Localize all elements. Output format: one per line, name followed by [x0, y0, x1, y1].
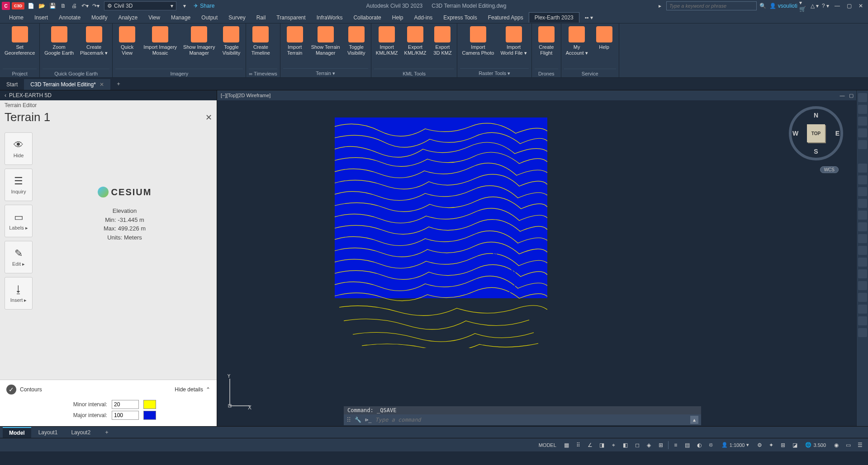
command-input[interactable]: [375, 417, 687, 423]
terrain-edit-button[interactable]: ✎Edit ▸: [5, 241, 33, 273]
terrain-inquiry-button[interactable]: ☰Inquiry: [5, 169, 33, 201]
ribbon-create-placemark-button[interactable]: Create Placemark ▾: [78, 25, 109, 69]
nav-tool-icon[interactable]: [858, 164, 867, 173]
nav-tool-icon[interactable]: [858, 187, 867, 196]
customize-icon[interactable]: 🔧: [355, 417, 361, 423]
close-icon[interactable]: ✕: [100, 81, 104, 88]
layout-tab-layout2[interactable]: Layout2: [65, 427, 97, 437]
nav-zoom-icon[interactable]: [858, 117, 867, 126]
qat-plot-icon[interactable]: 🖨: [70, 1, 79, 10]
qat-more-icon[interactable]: ▾: [180, 1, 189, 10]
nav-tool-icon[interactable]: [858, 234, 867, 243]
status-model[interactable]: MODEL: [536, 441, 560, 449]
compass-n[interactable]: N: [814, 112, 818, 119]
major-color-swatch[interactable]: [143, 411, 156, 420]
status-grid-icon[interactable]: ▦: [562, 441, 571, 450]
search-input[interactable]: [666, 1, 757, 10]
ribbon-my-account-button[interactable]: My Account ▾: [564, 25, 590, 69]
menu-add-ins[interactable]: Add-ins: [408, 13, 438, 23]
menu-featured-apps[interactable]: Featured Apps: [483, 13, 529, 23]
ribbon-import-terrain-button[interactable]: Import Terrain: [283, 25, 307, 68]
menu-insert[interactable]: Insert: [29, 13, 53, 23]
status-qp-icon[interactable]: ◪: [790, 441, 799, 450]
menu-express-tools[interactable]: Express Tools: [438, 13, 482, 23]
status-lineweight-icon[interactable]: ≡: [671, 441, 680, 450]
close-button[interactable]: ✕: [855, 1, 866, 10]
minor-interval-input[interactable]: [112, 400, 139, 409]
check-icon[interactable]: ✓: [6, 385, 16, 395]
view-cube[interactable]: N S E W TOP: [789, 106, 843, 160]
ribbon-quick-view-button[interactable]: Quick View: [115, 25, 139, 69]
nav-tool-icon[interactable]: [858, 316, 867, 325]
ribbon-show-imagery-manager-button[interactable]: Show Imagery Manager: [181, 25, 217, 69]
status-annoscale-icon[interactable]: ✦: [767, 441, 776, 450]
user-account[interactable]: 👤 vsoulioti: [769, 3, 797, 9]
qat-open-icon[interactable]: 📂: [37, 1, 46, 10]
nav-tool-icon[interactable]: [858, 246, 867, 255]
menu-infraworks[interactable]: InfraWorks: [311, 13, 348, 23]
ribbon-help-button[interactable]: Help: [593, 25, 616, 69]
vp-maximize-icon[interactable]: ▢: [847, 92, 855, 99]
layout-tab-model[interactable]: Model: [3, 427, 31, 438]
maximize-button[interactable]: ▢: [844, 1, 854, 10]
doc-tab-start[interactable]: Start: [0, 79, 24, 90]
terrain-hide-button[interactable]: 👁Hide: [5, 132, 33, 165]
view-cube-face[interactable]: TOP: [807, 124, 825, 142]
ribbon-create-timeline-button[interactable]: Create Timeline: [249, 25, 272, 69]
viewport-label[interactable]: [−][Top][2D Wireframe]: [221, 93, 270, 98]
search-icon[interactable]: 🔍: [759, 1, 768, 10]
layout-tab-layout1[interactable]: Layout1: [32, 427, 64, 437]
status-decimal[interactable]: 🌐 3.500: [802, 441, 829, 449]
status-scale[interactable]: 👤 1:1000 ▾: [718, 441, 753, 449]
ribbon-toggle-visibility-button[interactable]: Toggle Visibility: [219, 25, 243, 69]
major-interval-input[interactable]: [112, 411, 139, 420]
viewport[interactable]: [−][Top][2D Wireframe] — ▢ ✕: [217, 90, 868, 426]
status-custom-icon[interactable]: ☰: [855, 441, 864, 450]
nav-orbit-icon[interactable]: [858, 128, 867, 137]
status-transparency-icon[interactable]: ▤: [683, 441, 692, 450]
menu-transparent[interactable]: Transparent: [271, 13, 311, 23]
nav-tool-icon[interactable]: [858, 175, 867, 184]
title-nav-icon[interactable]: ▸: [655, 1, 664, 10]
add-tab-button[interactable]: ＋: [110, 78, 127, 90]
drag-handle-icon[interactable]: ⠿: [346, 416, 351, 423]
qat-undo-icon[interactable]: ↶▾: [81, 1, 90, 10]
menu-home[interactable]: Home: [4, 13, 29, 23]
help-icon[interactable]: ? ▾: [821, 1, 830, 10]
status-osnap-icon[interactable]: ◻: [633, 441, 642, 450]
autodesk-icon[interactable]: △ ▾: [810, 1, 819, 10]
cart-icon[interactable]: ▾ 🛒: [799, 1, 808, 10]
nav-tool-icon[interactable]: [858, 305, 867, 314]
status-infer-icon[interactable]: ∠: [586, 441, 595, 450]
ribbon-create-flight-button[interactable]: Create Flight: [535, 25, 558, 69]
ribbon-export-3d-kmz-button[interactable]: Export 3D KMZ: [431, 25, 454, 69]
ribbon-zoom-google-earth-button[interactable]: Zoom Google Earth: [43, 25, 76, 69]
status-ws-icon[interactable]: ⚙: [755, 441, 764, 450]
status-annomon-icon[interactable]: ⛭: [707, 441, 716, 450]
status-clean-icon[interactable]: ▭: [844, 441, 853, 450]
nav-tool-icon[interactable]: [858, 258, 867, 267]
menu-rail[interactable]: Rail: [251, 13, 271, 23]
status-cycle-icon[interactable]: ◐: [695, 441, 704, 450]
ribbon-toggle-visibility-button[interactable]: Toggle Visibility: [345, 25, 368, 68]
ribbon-import-world-file-button[interactable]: Import World File ▾: [498, 25, 528, 68]
menu-help[interactable]: Help: [387, 13, 409, 23]
menu-survey[interactable]: Survey: [223, 13, 251, 23]
doc-tab-c3d-terrain-model-editing-[interactable]: C3D Terrain Model Editing*✕: [24, 79, 110, 90]
nav-tool-icon[interactable]: [858, 269, 867, 278]
nav-tool-icon[interactable]: [858, 281, 867, 290]
vp-minimize-icon[interactable]: —: [838, 92, 846, 99]
minimize-button[interactable]: —: [832, 1, 843, 10]
nav-tool-icon[interactable]: [858, 222, 867, 231]
menu-modify[interactable]: Modify: [86, 13, 113, 23]
status-snap-icon[interactable]: ⠿: [574, 441, 583, 450]
sidebar-header[interactable]: ‹ PLEX-EARTH 5D: [0, 90, 217, 100]
ribbon-import-imagery-mosaic-button[interactable]: Import Imagery Mosaic: [142, 25, 179, 69]
nav-pan-icon[interactable]: [858, 105, 867, 114]
menu-plex-earth-2023[interactable]: Plex-Earth 2023: [529, 12, 579, 23]
status-iso-icon[interactable]: ◧: [621, 441, 630, 450]
terrain-labels-button[interactable]: ▭Labels ▸: [5, 205, 33, 237]
terrain-insert-button[interactable]: ⭳Insert ▸: [5, 277, 33, 310]
ribbon-export-kml-kmz-button[interactable]: Export KML/KMZ: [403, 25, 428, 69]
qat-new-icon[interactable]: 📄: [26, 1, 35, 10]
